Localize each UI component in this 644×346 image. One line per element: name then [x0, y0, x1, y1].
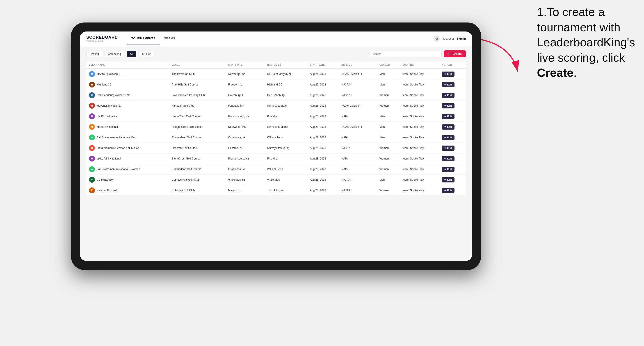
hosted-by-cell: Murray State (OK)	[264, 143, 307, 154]
edit-button[interactable]: ✏ Edit	[442, 177, 454, 182]
event-name: Carl Sandburg Women FA23	[97, 94, 131, 97]
nav-right: ⚙ Test User Sign In	[434, 35, 466, 42]
edit-button[interactable]: ✏ Edit	[442, 103, 454, 108]
event-name: upike fall invitational	[97, 157, 121, 160]
edit-button[interactable]: ✏ Edit	[442, 114, 454, 119]
venue-cell: Kokopelli Golf Club	[169, 185, 225, 196]
event-name-cell: M MSMC Qualifying 1	[86, 69, 169, 79]
edit-button[interactable]: ✏ Edit	[442, 82, 454, 87]
filter-bar: Hosting Competing All ≡ Filter + + Creat…	[86, 50, 466, 57]
scoring-cell: team, Stroke Play	[400, 154, 439, 164]
table-row: W Fall Statesmen Invitational - Women Ed…	[86, 164, 466, 174]
division-cell: NJCAA I	[339, 185, 377, 196]
venue-cell: Faribault Golf Club	[169, 101, 225, 111]
event-name-cell: C Carl Sandburg Women FA23	[86, 90, 169, 101]
division-cell: NAIA	[339, 154, 377, 164]
col-start-date: START DATE	[307, 61, 339, 69]
edit-button[interactable]: ✏ Edit	[442, 124, 454, 130]
scoring-cell: team, Stroke Play	[400, 132, 439, 143]
actions-cell: ✏ Edit	[439, 69, 466, 79]
hosted-by-cell: Minnesota State	[264, 101, 307, 111]
division-cell: NCAA Division III	[339, 122, 377, 132]
col-gender: GENDER	[377, 61, 400, 69]
hosted-by-cell: William Penn	[264, 132, 307, 143]
scoring-cell: team, Stroke Play	[400, 111, 439, 122]
all-button[interactable]: All	[127, 51, 136, 57]
tablet-screen: SCOREBOARD Powered by Clippit TOURNAMENT…	[80, 31, 472, 261]
division-cell: NAIA	[339, 132, 377, 143]
venue-cell: The Powelton Club	[169, 69, 225, 79]
competing-button[interactable]: Competing	[104, 51, 124, 57]
division-cell: NAIA	[339, 111, 377, 122]
tab-teams[interactable]: TEAMS	[160, 32, 180, 45]
create-button[interactable]: + + Create	[444, 50, 466, 57]
content-area: Hosting Competing All ≡ Filter + + Creat…	[80, 46, 472, 261]
col-event-name: EVENT NAME	[86, 61, 169, 69]
event-name: Morris Invitational	[97, 125, 118, 129]
tournaments-table: EVENT NAME VENUE CITY, STATE HOSTED BY S…	[86, 61, 466, 196]
col-actions: ACTIONS	[439, 61, 466, 69]
hosted-by-cell: Pikeville	[264, 154, 307, 164]
gender-cell: Men	[377, 174, 400, 185]
logo-subtitle: Powered by Clippit	[86, 40, 118, 42]
scoring-cell: team, Stroke Play	[400, 185, 439, 196]
actions-cell: ✏ Edit	[439, 79, 466, 90]
table-row: V VU PREVIEW Cypress Hills Golf ClubVinc…	[86, 174, 466, 185]
sign-in-link[interactable]: Sign In	[457, 37, 466, 40]
start-date-cell: Aug 26, 2023	[307, 90, 339, 101]
edit-button[interactable]: ✏ Edit	[442, 93, 454, 98]
start-date-cell: Aug 24, 2023	[307, 69, 339, 79]
filter-button[interactable]: ≡ Filter	[138, 51, 154, 57]
actions-cell: ✏ Edit	[439, 154, 466, 164]
table-row: M MSMC Qualifying 1 The Powelton ClubNew…	[86, 69, 466, 79]
table-header-row: EVENT NAME VENUE CITY, STATE HOSTED BY S…	[86, 61, 466, 69]
edit-button[interactable]: ✏ Edit	[442, 135, 454, 140]
city-cell: Marion, IL	[226, 185, 264, 196]
plus-icon: +	[448, 52, 450, 56]
col-city-state: CITY, STATE	[226, 61, 264, 69]
tablet-frame: SCOREBOARD Powered by Clippit TOURNAMENT…	[71, 22, 481, 270]
start-date-cell: Aug 28, 2023	[307, 111, 339, 122]
city-cell: Prestonsburg, KY	[226, 111, 264, 122]
gender-cell: Women	[377, 90, 400, 101]
start-date-cell: Aug 28, 2023	[307, 122, 339, 132]
col-hosted-by: HOSTED BY	[264, 61, 307, 69]
venue-cell: Cypress Hills Golf Club	[169, 174, 225, 185]
edit-button[interactable]: ✏ Edit	[442, 146, 454, 151]
actions-cell: ✏ Edit	[439, 185, 466, 196]
venue-cell: StoneCrest Golf Course	[169, 111, 225, 122]
city-cell: Faribault, MN	[226, 101, 264, 111]
table-row: H Highland 36 Park Hills Golf CourseFree…	[86, 79, 466, 90]
venue-cell: Edmundson Golf Course	[169, 132, 225, 143]
city-cell: Freeport, IL	[226, 79, 264, 90]
start-date-cell: Aug 25, 2023	[307, 79, 339, 90]
actions-cell: ✏ Edit	[439, 111, 466, 122]
search-input[interactable]	[370, 51, 442, 57]
gender-cell: Men	[377, 132, 400, 143]
edit-button[interactable]: ✏ Edit	[442, 72, 454, 77]
actions-cell: ✏ Edit	[439, 143, 466, 154]
col-venue: VENUE	[169, 61, 225, 69]
edit-button[interactable]: ✏ Edit	[442, 156, 454, 161]
hosted-by-cell: John A Logan	[264, 185, 307, 196]
event-name-cell: K Klash at Kokopelli	[86, 185, 169, 196]
hosted-by-cell: Pikeville	[264, 111, 307, 122]
gender-cell: Men	[377, 69, 400, 79]
start-date-cell: Aug 28, 2023	[307, 143, 339, 154]
edit-button[interactable]: ✏ Edit	[442, 167, 454, 172]
hosted-by-cell: Mt. Saint Mary (NY)	[264, 69, 307, 79]
tab-tournaments[interactable]: TOURNAMENTS	[127, 32, 160, 45]
event-name-cell: H Highland 36	[86, 79, 169, 90]
city-cell: Galesburg, IL	[226, 90, 264, 101]
event-name: Highland 36	[97, 83, 111, 86]
gear-icon[interactable]: ⚙	[434, 35, 440, 42]
event-name-cell: M Maverick Invitational	[86, 101, 169, 111]
division-cell: NAIA	[339, 164, 377, 174]
table-row: U upike fall invitational StoneCrest Gol…	[86, 154, 466, 164]
edit-button[interactable]: ✏ Edit	[442, 188, 454, 193]
division-cell: NCAA Division II	[339, 101, 377, 111]
venue-cell: Lake Bracken Country Club	[169, 90, 225, 101]
hosting-button[interactable]: Hosting	[86, 51, 102, 57]
division-cell: NJCAA I	[339, 90, 377, 101]
gender-cell: Men	[377, 111, 400, 122]
